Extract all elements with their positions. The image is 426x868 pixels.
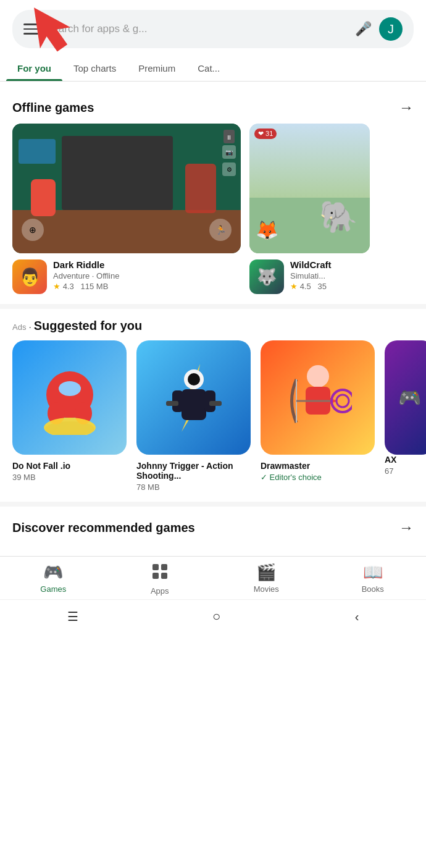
- nav-games[interactable]: 🎮 Games: [28, 563, 78, 596]
- books-icon: 📖: [363, 563, 383, 582]
- mic-icon[interactable]: 🎤: [355, 21, 372, 37]
- system-home-btn[interactable]: ○: [212, 609, 220, 625]
- games-carousel: ⏸ 📷 ⚙ ⊕ 🏃 👨 Dark Riddle Adventure · Offl…: [0, 124, 426, 304]
- game-card-dark-riddle[interactable]: ⏸ 📷 ⚙ ⊕ 🏃 👨 Dark Riddle Adventure · Offl…: [12, 124, 241, 294]
- do-not-fall-icon: [12, 340, 127, 455]
- ax-icon: 🎮: [385, 340, 426, 455]
- movies-icon: 🎬: [256, 563, 276, 582]
- offline-games-header: Offline games →: [0, 86, 426, 124]
- discover-arrow[interactable]: →: [399, 519, 414, 536]
- johnny-trigger-name: Johnny Trigger - Action Shooting...: [136, 461, 251, 481]
- dark-riddle-info: 👨 Dark Riddle Adventure · Offline ★ 4.3 …: [12, 259, 241, 294]
- ads-header: Ads · Suggested for you: [0, 309, 426, 340]
- dark-riddle-screenshot: ⏸ 📷 ⚙ ⊕ 🏃: [12, 124, 241, 253]
- offline-games-title: Offline games: [12, 101, 94, 115]
- svg-rect-22: [152, 564, 159, 570]
- dark-riddle-name: Dark Riddle: [53, 259, 241, 270]
- svg-point-9: [188, 373, 200, 386]
- suggested-grid: Do Not Fall .io 39 MB Johnny T: [0, 340, 426, 492]
- discover-section: Discover recommended games →: [0, 502, 426, 556]
- dark-riddle-art: ⏸ 📷 ⚙ ⊕ 🏃: [12, 124, 241, 253]
- dark-riddle-category: Adventure · Offline: [53, 271, 241, 280]
- wildcraft-icon: 🐺: [249, 259, 284, 294]
- nav-movies[interactable]: 🎬 Movies: [241, 563, 291, 596]
- tab-for-you[interactable]: For you: [6, 56, 62, 81]
- app-card-ax[interactable]: 🎮 AX 67: [385, 340, 426, 492]
- svg-point-21: [336, 395, 349, 407]
- red-arrow-indicator: [17, 0, 79, 59]
- drawmaster-editors-badge: ✓ Editor's choice: [261, 473, 375, 482]
- nav-books[interactable]: 📖 Books: [348, 563, 398, 596]
- system-recents-btn[interactable]: ☰: [67, 609, 78, 624]
- svg-rect-24: [152, 573, 159, 579]
- app-card-johnny-trigger[interactable]: Johnny Trigger - Action Shooting... 78 M…: [136, 340, 251, 492]
- do-not-fall-art: [39, 361, 101, 435]
- suggested-section: Ads · Suggested for you Do Not Fall .io …: [0, 304, 426, 502]
- search-input[interactable]: Search for apps & g...: [46, 23, 348, 35]
- tab-categories[interactable]: Cat...: [186, 56, 231, 81]
- nav-apps[interactable]: Apps: [135, 563, 185, 596]
- dark-riddle-icon: 👨: [12, 259, 47, 294]
- tab-bar: For you Top charts Premium Cat...: [0, 56, 426, 82]
- svg-point-3: [59, 381, 81, 396]
- apps-icon: [151, 563, 169, 584]
- dark-riddle-details: Dark Riddle Adventure · Offline ★ 4.3 11…: [53, 259, 241, 291]
- discover-header: Discover recommended games →: [0, 507, 426, 544]
- tab-premium[interactable]: Premium: [127, 56, 186, 81]
- games-icon: 🎮: [43, 563, 63, 582]
- system-back-btn[interactable]: ‹: [355, 610, 359, 624]
- movies-label: Movies: [254, 584, 279, 594]
- johnny-trigger-size: 78 MB: [136, 482, 251, 492]
- wildcraft-category: Simulati...: [290, 271, 370, 280]
- avatar[interactable]: J: [379, 17, 403, 41]
- dark-riddle-stats: ★ 4.3 115 MB: [53, 282, 241, 291]
- discover-title: Discover recommended games: [12, 521, 195, 535]
- svg-rect-14: [209, 401, 222, 406]
- game-card-wildcraft[interactable]: 🐘 🦊 ❤ 31 🐺 WildCraft Simulati... ★ 4.5 3…: [249, 124, 370, 294]
- wildcraft-name: WildCraft: [290, 259, 370, 270]
- books-label: Books: [362, 584, 384, 594]
- johnny-trigger-art: [163, 361, 225, 435]
- system-nav: ☰ ○ ‹: [0, 599, 426, 633]
- drawmaster-art: [284, 361, 352, 435]
- tab-top-charts[interactable]: Top charts: [62, 56, 127, 81]
- drawmaster-name: Drawmaster: [261, 461, 375, 471]
- svg-rect-13: [166, 401, 178, 406]
- do-not-fall-name: Do Not Fall .io: [12, 461, 127, 471]
- do-not-fall-size: 39 MB: [12, 473, 127, 482]
- games-label: Games: [40, 584, 66, 594]
- svg-point-15: [307, 365, 329, 387]
- bottom-nav: 🎮 Games Apps 🎬 Movies 📖 Books: [0, 556, 426, 599]
- offline-games-section: Offline games → ⏸ 📷: [0, 86, 426, 304]
- ads-label: Ads: [12, 322, 26, 332]
- offline-games-arrow[interactable]: →: [399, 99, 414, 116]
- wildcraft-info: 🐺 WildCraft Simulati... ★ 4.5 35: [249, 259, 370, 294]
- app-card-drawmaster[interactable]: Drawmaster ✓ Editor's choice: [261, 340, 375, 492]
- johnny-trigger-icon: [136, 340, 251, 455]
- ax-name: AX: [385, 455, 426, 465]
- svg-marker-0: [19, 0, 77, 59]
- app-card-do-not-fall[interactable]: Do Not Fall .io 39 MB: [12, 340, 127, 492]
- apps-label: Apps: [151, 586, 169, 596]
- svg-rect-25: [161, 573, 167, 579]
- wildcraft-screenshot: 🐘 🦊 ❤ 31: [249, 124, 370, 253]
- drawmaster-icon: [261, 340, 375, 455]
- svg-rect-10: [182, 389, 206, 420]
- svg-rect-23: [161, 564, 167, 570]
- wildcraft-art: 🐘 🦊 ❤ 31: [249, 124, 370, 253]
- discover-content-placeholder: [0, 544, 426, 556]
- wildcraft-details: WildCraft Simulati... ★ 4.5 35: [290, 259, 370, 291]
- wildcraft-stats: ★ 4.5 35: [290, 282, 370, 291]
- suggested-title: Suggested for you: [34, 319, 143, 332]
- ax-size: 67: [385, 466, 426, 476]
